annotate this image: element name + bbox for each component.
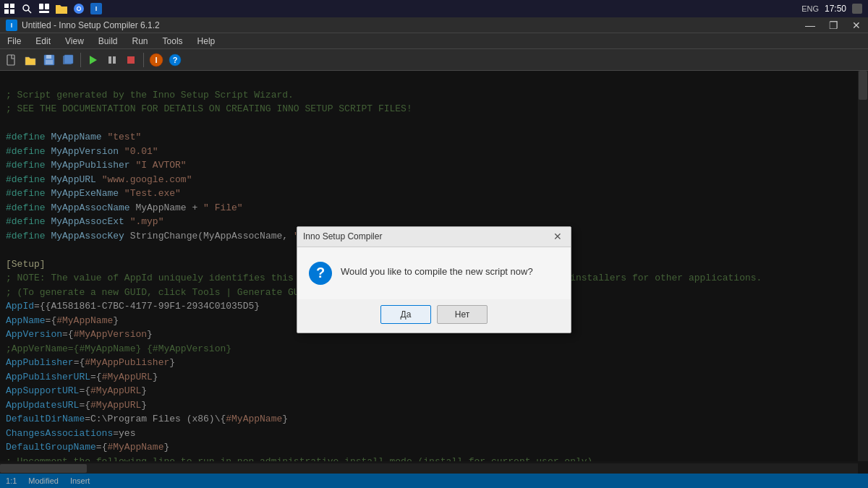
dialog-message: Would you like to compile the new script… bbox=[341, 262, 533, 279]
svg-point-11 bbox=[77, 7, 80, 10]
titlebar-title-area: I Untitled - Inno Setup Compiler 6.1.2 bbox=[0, 20, 160, 31]
notification-icon[interactable] bbox=[852, 4, 862, 14]
svg-rect-13 bbox=[7, 55, 14, 65]
svg-rect-1 bbox=[10, 4, 14, 8]
stop-button[interactable] bbox=[122, 51, 140, 69]
dialog-title: Inno Setup Compiler bbox=[303, 231, 382, 241]
menubar: File Edit View Build Run Tools Help bbox=[0, 33, 868, 49]
toolbar-separator-1 bbox=[80, 53, 81, 67]
maximize-button[interactable]: ❐ bbox=[822, 17, 845, 33]
open-button[interactable] bbox=[22, 51, 39, 69]
dialog-yes-button[interactable]: Да bbox=[380, 305, 431, 324]
svg-rect-8 bbox=[39, 11, 49, 13]
menu-tools[interactable]: Tools bbox=[156, 33, 190, 49]
menu-help[interactable]: Help bbox=[190, 33, 223, 49]
taskbar-left: I bbox=[0, 2, 103, 15]
new-button[interactable] bbox=[3, 51, 20, 69]
app-logo: I bbox=[6, 20, 17, 31]
svg-marker-19 bbox=[90, 56, 97, 64]
svg-point-4 bbox=[23, 5, 29, 11]
svg-text:I: I bbox=[155, 56, 157, 64]
chrome-icon[interactable] bbox=[72, 2, 85, 15]
svg-rect-0 bbox=[4, 4, 9, 8]
toolbar: I ? bbox=[0, 49, 868, 71]
dialog-titlebar: Inno Setup Compiler ✕ bbox=[297, 227, 571, 247]
taskbar-right: ENG 17:50 bbox=[801, 4, 868, 14]
taskbar: I ENG 17:50 bbox=[0, 0, 868, 17]
svg-rect-12 bbox=[852, 4, 862, 14]
svg-rect-2 bbox=[4, 9, 9, 14]
taskbar-lang: ENG bbox=[801, 4, 819, 13]
search-taskbar-icon[interactable] bbox=[20, 2, 33, 15]
titlebar: I Untitled - Inno Setup Compiler 6.1.2 —… bbox=[0, 17, 868, 33]
dialog-footer: Да Нет bbox=[297, 299, 571, 333]
save-button[interactable] bbox=[41, 51, 58, 69]
file-explorer-icon[interactable] bbox=[55, 2, 68, 15]
svg-text:?: ? bbox=[173, 56, 178, 64]
svg-rect-22 bbox=[127, 56, 135, 64]
dialog-close-button[interactable]: ✕ bbox=[550, 229, 565, 244]
menu-file[interactable]: File bbox=[0, 33, 28, 49]
dialog-body: ? Would you like to compile the new scri… bbox=[297, 247, 571, 299]
app-icon[interactable]: I bbox=[90, 2, 103, 15]
menu-view[interactable]: View bbox=[58, 33, 91, 49]
help-button[interactable]: ? bbox=[166, 51, 184, 69]
pause-button[interactable] bbox=[103, 51, 121, 69]
menu-edit[interactable]: Edit bbox=[28, 33, 58, 49]
taskbar-time: 17:50 bbox=[825, 4, 846, 14]
svg-line-5 bbox=[28, 10, 31, 13]
svg-rect-3 bbox=[10, 9, 14, 14]
window-controls: — ❐ ✕ bbox=[799, 17, 868, 33]
minimize-button[interactable]: — bbox=[799, 17, 822, 33]
svg-rect-16 bbox=[46, 60, 53, 64]
dialog-no-button[interactable]: Нет bbox=[437, 305, 488, 324]
dialog-overlay: Inno Setup Compiler ✕ ? Would you like t… bbox=[0, 71, 868, 488]
svg-rect-15 bbox=[46, 55, 51, 59]
window-title: Untitled - Inno Setup Compiler 6.1.2 bbox=[22, 20, 160, 30]
save-all-button[interactable] bbox=[59, 51, 77, 69]
run-button[interactable] bbox=[85, 51, 102, 69]
task-view-icon[interactable] bbox=[38, 2, 51, 15]
close-button[interactable]: ✕ bbox=[845, 17, 868, 33]
svg-rect-21 bbox=[113, 56, 116, 64]
compile-dialog: Inno Setup Compiler ✕ ? Would you like t… bbox=[297, 226, 571, 333]
svg-rect-18 bbox=[64, 55, 73, 64]
svg-rect-6 bbox=[39, 4, 43, 9]
menu-run[interactable]: Run bbox=[125, 33, 156, 49]
svg-rect-7 bbox=[45, 4, 49, 9]
toolbar-separator-2 bbox=[143, 53, 144, 67]
start-button[interactable] bbox=[3, 2, 16, 15]
compile-button[interactable]: I bbox=[148, 51, 165, 69]
menu-build[interactable]: Build bbox=[91, 33, 125, 49]
dialog-question-icon: ? bbox=[309, 262, 332, 285]
svg-rect-20 bbox=[109, 56, 111, 64]
